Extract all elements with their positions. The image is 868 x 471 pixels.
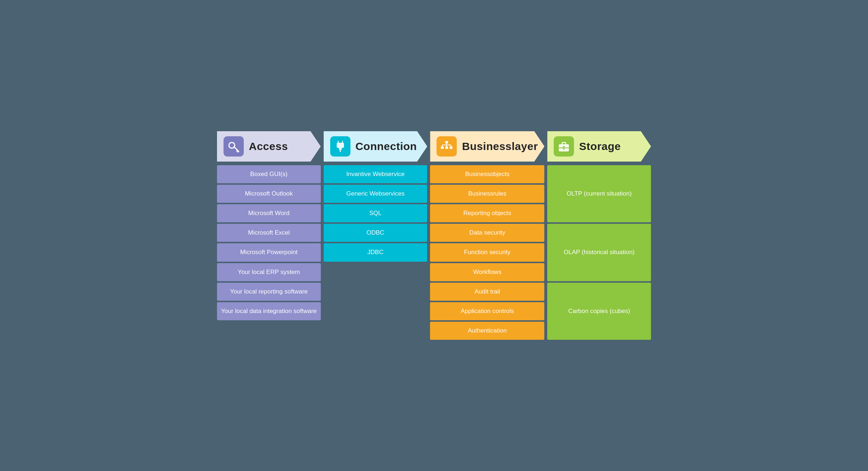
list-item: JDBC <box>324 243 427 261</box>
list-item: OLAP (historical situation) <box>547 224 651 281</box>
list-item: Boxed GUI(s) <box>217 165 321 183</box>
column-access: AccessBoxed GUI(s)Microsoft OutlookMicro… <box>217 131 321 340</box>
column-storage: StorageOLTP (current situation)OLAP (his… <box>547 131 651 340</box>
list-item: Businessobjects <box>430 165 544 183</box>
list-item: Application controls <box>430 302 544 320</box>
header-storage: Storage <box>547 131 651 162</box>
list-item: Microsoft Excel <box>217 224 321 242</box>
access-items: Boxed GUI(s)Microsoft OutlookMicrosoft W… <box>217 165 321 340</box>
list-item: Data security <box>430 224 544 242</box>
list-item: Carbon copies (cubes) <box>547 283 651 340</box>
list-item: Businessrules <box>430 185 544 203</box>
header-access: Access <box>217 131 321 162</box>
list-item: ODBC <box>324 224 427 242</box>
storage-title: Storage <box>579 140 621 153</box>
key-icon <box>224 136 244 157</box>
list-item: Your local data integration software <box>217 302 321 320</box>
connection-title: Connection <box>356 140 417 153</box>
header-connection: Connection <box>324 131 427 162</box>
column-businesslayer: BusinesslayerBusinessobjectsBusinessrule… <box>430 131 544 340</box>
list-item: OLTP (current situation) <box>547 165 651 222</box>
list-item: Invantive Webservice <box>324 165 427 183</box>
access-title: Access <box>249 140 288 153</box>
svg-rect-9 <box>445 141 448 144</box>
businesslayer-items: BusinessobjectsBusinessrulesReporting ob… <box>430 165 544 340</box>
list-item: Audit trail <box>430 283 544 301</box>
svg-rect-10 <box>441 146 444 149</box>
connection-items: Invantive WebserviceGeneric WebservicesS… <box>324 165 427 340</box>
list-item: Authentication <box>430 322 544 340</box>
list-item: Microsoft Outlook <box>217 185 321 203</box>
list-item: Workflows <box>430 263 544 281</box>
list-item: Reporting objects <box>430 204 544 222</box>
list-item: Your local ERP system <box>217 263 321 281</box>
businesslayer-title: Businesslayer <box>462 140 538 153</box>
plug-icon <box>330 136 350 157</box>
svg-rect-12 <box>450 146 452 149</box>
list-item: SQL <box>324 204 427 222</box>
list-item: Your local reporting software <box>217 283 321 301</box>
header-businesslayer: Businesslayer <box>430 131 544 162</box>
list-item: Microsoft Powerpoint <box>217 243 321 261</box>
column-connection: ConnectionInvantive WebserviceGeneric We… <box>324 131 427 340</box>
network-icon <box>437 136 457 157</box>
list-item: Microsoft Word <box>217 204 321 222</box>
svg-rect-11 <box>445 146 448 149</box>
briefcase-icon <box>554 136 574 157</box>
diagram: AccessBoxed GUI(s)Microsoft OutlookMicro… <box>217 131 651 340</box>
storage-items: OLTP (current situation)OLAP (historical… <box>547 165 651 340</box>
list-item: Generic Webservices <box>324 185 427 203</box>
list-item: Function security <box>430 243 544 261</box>
